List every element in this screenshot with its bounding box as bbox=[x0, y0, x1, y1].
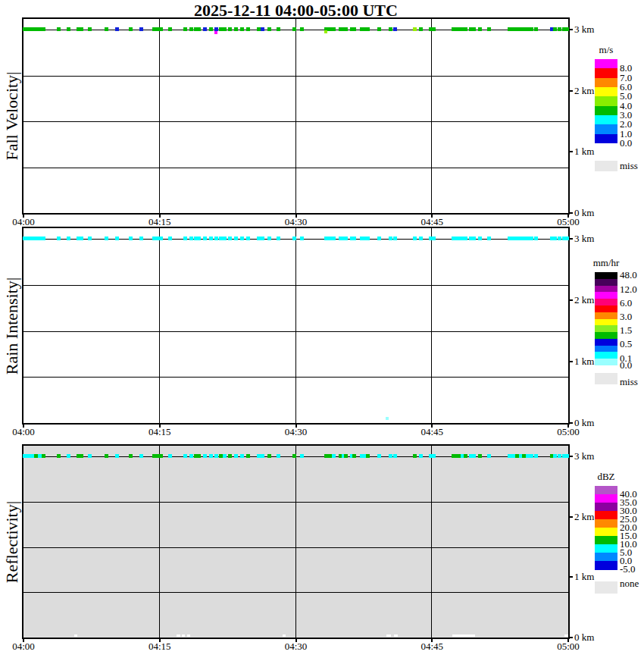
data-dot bbox=[105, 454, 108, 458]
data-dot bbox=[393, 237, 397, 240]
colorbar-missing-label: miss bbox=[620, 376, 638, 388]
data-dot bbox=[530, 27, 533, 31]
missing-data-mark bbox=[177, 634, 180, 637]
data-dot bbox=[183, 454, 187, 458]
data-dot bbox=[432, 237, 436, 240]
data-dot bbox=[88, 454, 92, 458]
data-dot bbox=[105, 27, 108, 31]
time-axis-label: 04:15 bbox=[148, 426, 171, 438]
colorbar-segment bbox=[595, 68, 617, 78]
colorbar-label: 48.0 bbox=[620, 269, 637, 281]
data-dot bbox=[277, 27, 280, 31]
data-dot bbox=[228, 454, 232, 458]
data-dot bbox=[393, 454, 397, 458]
data-dot bbox=[267, 454, 271, 458]
gridline-horizontal bbox=[23, 547, 568, 548]
data-dot bbox=[80, 237, 83, 240]
data-dot bbox=[183, 27, 187, 31]
data-dot bbox=[553, 237, 557, 240]
colorbar-segment bbox=[595, 124, 617, 134]
data-dot bbox=[292, 237, 296, 240]
data-dot bbox=[88, 237, 92, 240]
height-axis-label: 3 km bbox=[574, 24, 594, 36]
colorbar-segment bbox=[595, 536, 617, 545]
data-dot bbox=[292, 27, 296, 31]
data-dot bbox=[267, 237, 271, 240]
data-dot bbox=[42, 27, 45, 31]
height-axis-label: 2 km bbox=[574, 85, 594, 97]
data-dot bbox=[413, 454, 417, 458]
data-dot bbox=[80, 27, 83, 31]
data-dot bbox=[240, 454, 244, 458]
data-dot bbox=[565, 237, 569, 240]
data-dot bbox=[300, 454, 304, 458]
colorbar-label: 6.0 bbox=[620, 297, 632, 309]
data-dot bbox=[228, 237, 232, 240]
data-dot bbox=[67, 27, 70, 31]
colorbar-segment bbox=[595, 544, 617, 553]
time-axis-label: 05:00 bbox=[557, 641, 580, 653]
data-dot bbox=[261, 27, 264, 31]
data-dot bbox=[209, 27, 213, 31]
data-dot bbox=[189, 27, 193, 31]
data-dot bbox=[472, 27, 476, 31]
data-dot bbox=[389, 27, 392, 31]
data-dot bbox=[553, 454, 557, 458]
time-axis-label: 04:45 bbox=[420, 426, 443, 438]
colorbar-label: 0.0 bbox=[620, 359, 632, 371]
data-dot bbox=[246, 237, 250, 240]
data-dot bbox=[159, 237, 163, 240]
data-dot bbox=[240, 27, 244, 31]
gridline-horizontal bbox=[23, 76, 568, 77]
data-dot bbox=[300, 27, 304, 31]
colorbar-missing-swatch bbox=[595, 373, 617, 384]
data-dot bbox=[464, 27, 467, 31]
data-dot bbox=[261, 237, 264, 240]
data-dot bbox=[366, 454, 370, 458]
colorbar-missing-label: none bbox=[620, 578, 639, 590]
gridline-horizontal bbox=[23, 502, 568, 503]
data-dot bbox=[223, 237, 227, 240]
time-axis-label: 04:45 bbox=[420, 641, 443, 653]
colorbar-label: -5.0 bbox=[620, 563, 636, 575]
height-axis-tick bbox=[568, 516, 573, 518]
data-dot bbox=[344, 454, 348, 458]
height-axis-tick bbox=[568, 151, 573, 152]
data-dot bbox=[344, 27, 348, 31]
data-dot bbox=[332, 27, 336, 31]
height-axis-tick bbox=[568, 422, 573, 424]
data-dot bbox=[223, 454, 227, 458]
colorbar-missing-swatch bbox=[595, 581, 617, 594]
data-dot bbox=[534, 27, 538, 31]
colorbar-segment bbox=[595, 519, 617, 528]
data-dot bbox=[332, 237, 336, 240]
gridline-horizontal bbox=[23, 331, 568, 332]
data-dot bbox=[246, 27, 250, 31]
data-dot bbox=[209, 454, 213, 458]
gridline-vertical bbox=[431, 19, 432, 213]
gridline-horizontal bbox=[23, 168, 568, 168]
data-dot bbox=[234, 237, 238, 240]
height-axis-label: 3 km bbox=[574, 450, 594, 462]
data-dot bbox=[487, 27, 491, 31]
colorbar-segment bbox=[595, 528, 617, 537]
height-axis-label: 1 km bbox=[574, 146, 594, 158]
gridline-vertical bbox=[295, 19, 296, 213]
data-dot bbox=[487, 237, 491, 240]
colorbar-segment bbox=[595, 561, 617, 570]
data-dot bbox=[57, 27, 61, 31]
missing-data-mark bbox=[182, 634, 185, 637]
data-dot bbox=[214, 454, 218, 458]
data-dot bbox=[534, 237, 538, 240]
data-dot bbox=[159, 454, 163, 458]
colorbar-title-dBZ: dBZ bbox=[583, 471, 629, 483]
data-dot bbox=[432, 454, 436, 458]
data-dot bbox=[558, 27, 561, 31]
data-dot bbox=[168, 27, 172, 31]
data-dot bbox=[139, 454, 143, 458]
data-dot bbox=[377, 27, 381, 31]
gridline-vertical bbox=[159, 446, 160, 638]
mrr-quicklook-figure: 2025-12-11 04:00-05:00 UTC 3 km2 km1 km0… bbox=[0, 0, 644, 658]
colorbar-segment bbox=[595, 494, 617, 503]
colorbar-segment bbox=[595, 96, 617, 106]
